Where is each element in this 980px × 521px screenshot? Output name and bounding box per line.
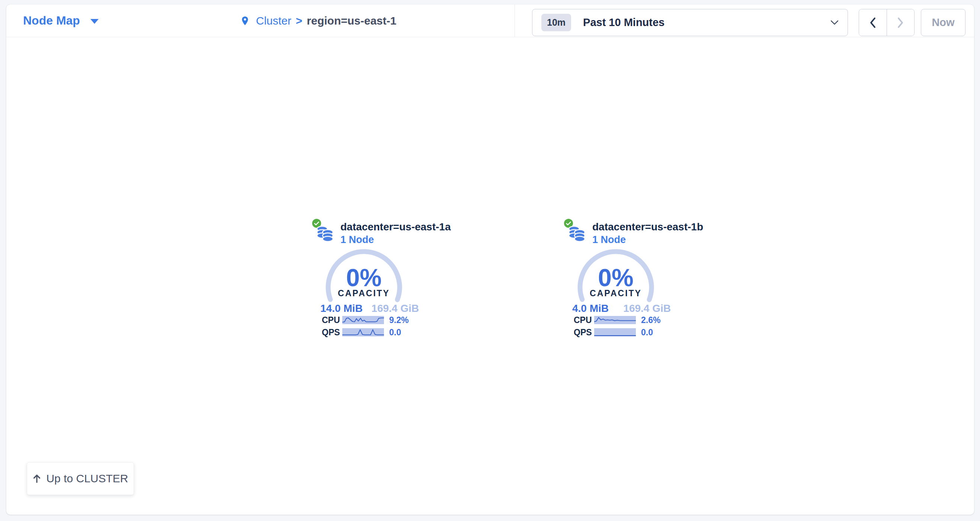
locality-title: datacenter=us-east-1a xyxy=(340,221,450,233)
up-to-cluster-label: Up to CLUSTER xyxy=(46,472,128,485)
qps-value: 0.0 xyxy=(389,328,401,338)
time-nav-arrows xyxy=(859,9,915,36)
database-stack-icon xyxy=(567,225,587,244)
time-range-label: Past 10 Minutes xyxy=(583,16,830,29)
time-range-select[interactable]: 10m Past 10 Minutes xyxy=(532,9,848,36)
locality-node-count: 1 Node xyxy=(592,234,626,245)
locality-node-count: 1 Node xyxy=(340,234,374,245)
locality-card-us-east-1a[interactable]: datacenter=us-east-1a 1 Node 0% CAPACITY… xyxy=(308,218,420,342)
capacity-gauge: 0% CAPACITY xyxy=(325,248,403,327)
breadcrumb: Cluster > region=us-east-1 xyxy=(240,5,396,37)
chevron-left-icon xyxy=(869,17,877,28)
cpu-value: 9.2% xyxy=(389,315,409,325)
cpu-label: CPU xyxy=(574,315,594,325)
header-divider xyxy=(515,5,515,37)
cpu-sparkline xyxy=(342,316,384,324)
capacity-gauge: 0% CAPACITY xyxy=(577,248,655,327)
cpu-sparkline xyxy=(594,316,636,324)
qps-value: 0.0 xyxy=(641,328,653,338)
view-switcher-label: Node Map xyxy=(23,14,80,27)
cpu-metric-row: CPU 9.2% xyxy=(322,315,409,325)
breadcrumb-cluster-link[interactable]: Cluster xyxy=(256,14,291,27)
capacity-label: CAPACITY xyxy=(577,288,655,298)
capacity-usage-row: 4.0 MiB 169.4 GiB xyxy=(572,303,671,314)
cpu-metric-row: CPU 2.6% xyxy=(574,315,660,325)
chevron-right-icon xyxy=(897,17,904,28)
qps-label: QPS xyxy=(322,328,342,338)
capacity-total: 169.4 GiB xyxy=(623,303,671,314)
cpu-value: 2.6% xyxy=(641,315,660,325)
caret-down-icon xyxy=(91,19,99,24)
main-panel: Node Map Cluster > region=us-east-1 10m … xyxy=(6,5,974,515)
locality-title: datacenter=us-east-1b xyxy=(592,221,703,233)
qps-label: QPS xyxy=(574,328,594,338)
qps-sparkline xyxy=(342,328,384,336)
breadcrumb-current: region=us-east-1 xyxy=(307,14,397,27)
time-back-button[interactable] xyxy=(859,9,887,36)
time-forward-button[interactable] xyxy=(887,9,915,36)
header-bar: Node Map Cluster > region=us-east-1 10m … xyxy=(6,5,974,37)
capacity-percent: 0% xyxy=(325,265,403,290)
qps-metric-row: QPS 0.0 xyxy=(574,328,653,337)
breadcrumb-separator: > xyxy=(296,14,302,27)
database-stack-icon xyxy=(315,225,335,244)
capacity-used: 14.0 MiB xyxy=(320,303,363,314)
capacity-total: 169.4 GiB xyxy=(371,303,419,314)
chevron-down-icon xyxy=(830,20,838,25)
arrow-up-icon xyxy=(32,474,41,483)
cpu-label: CPU xyxy=(322,315,342,325)
capacity-label: CAPACITY xyxy=(325,288,403,298)
locality-card-us-east-1b[interactable]: datacenter=us-east-1b 1 Node 0% CAPACITY… xyxy=(560,218,671,342)
qps-sparkline xyxy=(594,328,636,336)
capacity-used: 4.0 MiB xyxy=(572,303,609,314)
view-switcher-dropdown[interactable]: Node Map xyxy=(23,5,99,37)
qps-metric-row: QPS 0.0 xyxy=(322,328,401,337)
capacity-percent: 0% xyxy=(577,265,655,290)
location-pin-icon xyxy=(240,15,250,26)
capacity-usage-row: 14.0 MiB 169.4 GiB xyxy=(320,303,419,314)
up-to-cluster-button[interactable]: Up to CLUSTER xyxy=(27,462,134,495)
time-range-badge: 10m xyxy=(541,14,571,31)
now-button[interactable]: Now xyxy=(921,9,966,36)
